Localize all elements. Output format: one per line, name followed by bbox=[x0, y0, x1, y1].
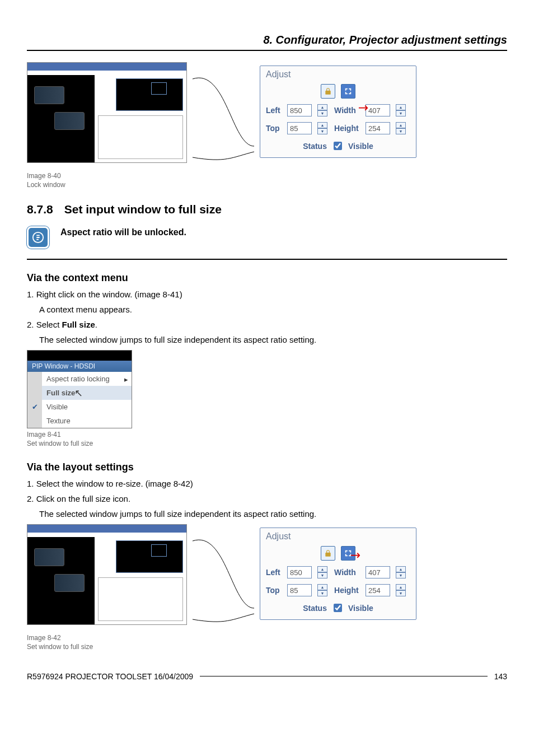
header-rule bbox=[27, 50, 507, 51]
callout-connector bbox=[193, 62, 254, 169]
step-2-result: The selected window jumps to full size i… bbox=[39, 335, 507, 344]
visible-label-2: Visible bbox=[348, 604, 373, 613]
app-screenshot-thumb bbox=[27, 62, 187, 163]
step-1-result: A context menu appears. bbox=[39, 305, 507, 314]
lock-icon-2[interactable] bbox=[321, 546, 335, 561]
left-input-2[interactable] bbox=[287, 566, 312, 578]
note-text: Aspect ratio will be unlocked. bbox=[60, 226, 186, 237]
menu-item-texture[interactable]: Texture bbox=[42, 414, 132, 428]
left-spinner-2[interactable]: ▲▼ bbox=[317, 566, 327, 578]
top-spinner-2[interactable]: ▲▼ bbox=[317, 584, 327, 596]
page-footer: R5976924 PROJECTOR TOOLSET 16/04/2009 14… bbox=[27, 672, 507, 681]
layout-step-2-result: The selected window jumps to full size i… bbox=[39, 509, 507, 519]
visible-checkbox-2[interactable] bbox=[334, 604, 342, 612]
fullsize-icon-2[interactable] bbox=[341, 546, 355, 561]
top-input[interactable] bbox=[287, 122, 312, 134]
adjust-panel: Adjust ↘ Left ▲▼ Width ▲▼ Top ▲▼ Height … bbox=[260, 66, 416, 158]
menu-item-visible[interactable]: Visible bbox=[42, 400, 132, 414]
status-label-2: Status bbox=[303, 604, 327, 613]
visible-check-icon: ✔ bbox=[27, 400, 42, 414]
pip-window-title: PIP Window - HDSDI bbox=[27, 361, 132, 372]
page-number: 143 bbox=[494, 672, 507, 681]
figure-8-42-caption: Image 8-42 Set window to full size bbox=[27, 634, 507, 651]
cursor-icon: ↖ bbox=[74, 387, 83, 399]
left-spinner[interactable]: ▲▼ bbox=[317, 104, 327, 116]
note-icon bbox=[27, 226, 49, 249]
figure-8-40-caption: Image 8-40 Lock window bbox=[27, 172, 507, 189]
visible-checkbox[interactable] bbox=[334, 142, 342, 150]
adjust-panel-2: Adjust ↘ Left ▲▼ Width ▲▼ Top ▲▼ Height … bbox=[260, 528, 416, 620]
layout-step-1: 1. Select the window to re-size. (image … bbox=[27, 479, 507, 488]
width-input[interactable] bbox=[366, 104, 390, 116]
left-input[interactable] bbox=[287, 104, 312, 116]
top-spinner[interactable]: ▲▼ bbox=[317, 122, 327, 134]
subheading-layout-settings: Via the layout settings bbox=[27, 461, 507, 473]
note-box: Aspect ratio will be unlocked. bbox=[27, 226, 507, 249]
context-menu-screenshot: PIP Window - HDSDI Aspect ratio locking … bbox=[27, 350, 132, 428]
visible-label: Visible bbox=[348, 142, 373, 151]
step-1: 1. Right click on the window. (image 8-4… bbox=[27, 290, 507, 314]
section-heading: 8.7.8 Set input window to full size bbox=[27, 203, 507, 216]
figure-8-41-caption: Image 8-41 Set window to full size bbox=[27, 431, 507, 448]
left-label-2: Left bbox=[266, 568, 285, 577]
layout-step-2: 2. Click on the full size icon. bbox=[27, 494, 507, 503]
figure-8-40: Adjust ↘ Left ▲▼ Width ▲▼ Top ▲▼ Height … bbox=[27, 62, 507, 169]
callout-connector-2 bbox=[193, 524, 254, 631]
doc-id: R5976924 PROJECTOR TOOLSET 16/04/2009 bbox=[27, 672, 193, 681]
fullsize-icon[interactable] bbox=[341, 84, 355, 99]
height-label-2: Height bbox=[334, 586, 363, 595]
width-label-2: Width bbox=[334, 568, 363, 577]
height-input-2[interactable] bbox=[366, 584, 390, 596]
status-label: Status bbox=[303, 142, 327, 151]
height-label: Height bbox=[334, 124, 363, 133]
width-label: Width bbox=[334, 106, 363, 115]
lock-icon[interactable] bbox=[321, 84, 335, 99]
height-spinner[interactable]: ▲▼ bbox=[396, 122, 406, 134]
section-title: Set input window to full size bbox=[64, 203, 222, 216]
submenu-arrow-icon: ▸ bbox=[124, 375, 128, 383]
menu-item-full-size[interactable]: Full size ↖ bbox=[42, 386, 132, 400]
adjust-title: Adjust bbox=[266, 69, 410, 80]
section-number: 8.7.8 bbox=[27, 203, 53, 216]
top-label-2: Top bbox=[266, 586, 285, 595]
step-2: 2. Select Full size. The selected window… bbox=[27, 320, 507, 344]
width-spinner-2[interactable]: ▲▼ bbox=[396, 566, 406, 578]
subheading-context-menu: Via the context menu bbox=[27, 272, 507, 284]
height-spinner-2[interactable]: ▲▼ bbox=[396, 584, 406, 596]
left-label: Left bbox=[266, 106, 285, 115]
top-input-2[interactable] bbox=[287, 584, 312, 596]
width-spinner[interactable]: ▲▼ bbox=[396, 104, 406, 116]
figure-8-42: Adjust ↘ Left ▲▼ Width ▲▼ Top ▲▼ Height … bbox=[27, 524, 507, 631]
menu-item-aspect-locking[interactable]: Aspect ratio locking ▸ bbox=[42, 372, 132, 386]
app-screenshot-thumb-2 bbox=[27, 524, 187, 625]
adjust-title-2: Adjust bbox=[266, 531, 410, 542]
height-input[interactable] bbox=[366, 122, 390, 134]
page-header-title: 8. Configurator, Projector adjustment se… bbox=[27, 34, 507, 46]
top-label: Top bbox=[266, 124, 285, 133]
width-input-2[interactable] bbox=[366, 566, 390, 578]
